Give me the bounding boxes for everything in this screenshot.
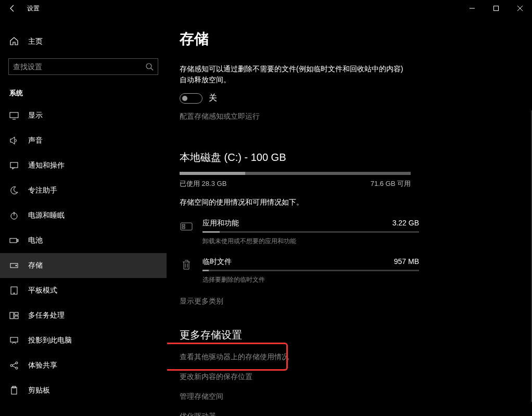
category-name: 应用和功能 (202, 219, 239, 228)
sidebar-item-shared-experiences[interactable]: 体验共享 (0, 353, 167, 378)
maximize-icon (493, 6, 499, 11)
home-icon (9, 36, 19, 47)
sidebar-section-label: 系统 (9, 89, 167, 98)
speaker-icon (9, 136, 19, 145)
sidebar-item-label: 平板模式 (28, 286, 57, 295)
svg-line-22 (12, 363, 16, 365)
category-size: 3.22 GB (392, 219, 419, 228)
minimize-button[interactable] (460, 0, 484, 17)
change-save-location-link[interactable]: 更改新内容的保存位置 (180, 372, 520, 382)
home-link[interactable]: 主页 (0, 31, 167, 52)
sidebar-item-sound[interactable]: 声音 (0, 128, 167, 153)
sidebar-item-multitasking[interactable]: 多任务处理 (0, 303, 167, 328)
page-title: 存储 (180, 29, 520, 49)
svg-rect-1 (494, 6, 499, 11)
multitask-icon (9, 311, 19, 320)
toggle-state-label: 关 (209, 93, 217, 104)
category-hint: 选择要删除的临时文件 (202, 275, 419, 284)
trash-icon (180, 258, 193, 272)
sidebar-item-storage[interactable]: 存储 (0, 253, 167, 278)
storage-sense-description: 存储感知可以通过删除不需要的文件(例如临时文件和回收站中的内容) 自动释放空间。 (180, 64, 419, 85)
sidebar-item-label: 电源和睡眠 (28, 211, 65, 220)
configure-storage-sense-link[interactable]: 配置存储感知或立即运行 (180, 112, 520, 121)
category-name: 临时文件 (202, 257, 232, 267)
minimize-icon (470, 6, 475, 11)
svg-rect-6 (10, 162, 18, 168)
sidebar: 主页 系统 显示 声音 通知和操作 (0, 17, 167, 416)
storage-sense-toggle[interactable] (180, 93, 202, 104)
svg-line-3 (151, 68, 153, 70)
disk-free-label: 71.6 GB 可用 (371, 179, 411, 188)
view-other-drives-link[interactable]: 查看其他驱动器上的存储使用情况 (180, 352, 520, 362)
sidebar-item-focus-assist[interactable]: 专注助手 (0, 178, 167, 203)
sidebar-item-label: 存储 (28, 261, 43, 270)
window-title: 设置 (27, 4, 40, 13)
svg-rect-17 (15, 316, 18, 319)
message-icon (9, 161, 19, 170)
svg-point-20 (16, 362, 18, 364)
more-storage-settings-title: 更多存储设置 (180, 328, 520, 342)
svg-rect-27 (182, 224, 185, 226)
category-bar (202, 231, 419, 233)
sidebar-item-label: 体验共享 (28, 361, 57, 370)
drive-icon (9, 261, 19, 270)
svg-rect-10 (17, 239, 18, 242)
power-icon (9, 211, 19, 220)
category-size: 957 MB (394, 257, 419, 267)
monitor-icon (9, 111, 19, 120)
close-button[interactable] (508, 0, 532, 17)
disk-title: 本地磁盘 (C:) - 100 GB (180, 150, 520, 165)
sidebar-item-label: 剪贴板 (28, 386, 50, 395)
svg-line-23 (12, 366, 16, 368)
svg-point-2 (146, 64, 151, 69)
svg-point-14 (14, 293, 15, 294)
svg-rect-28 (182, 227, 185, 229)
arrow-left-icon (8, 4, 17, 12)
category-apps[interactable]: 应用和功能 3.22 GB 卸载未使用或不想要的应用和功能 (180, 219, 419, 246)
clipboard-icon (9, 386, 19, 395)
sidebar-item-tablet[interactable]: 平板模式 (0, 278, 167, 303)
moon-icon (9, 186, 19, 195)
sidebar-item-label: 通知和操作 (28, 161, 65, 170)
show-more-categories-link[interactable]: 显示更多类别 (180, 297, 520, 306)
apps-icon (180, 220, 193, 233)
svg-rect-26 (181, 223, 192, 230)
svg-point-12 (16, 265, 17, 266)
category-bar (202, 270, 419, 271)
svg-rect-18 (10, 337, 18, 342)
share-icon (9, 361, 19, 370)
sidebar-item-label: 多任务处理 (28, 311, 65, 320)
sidebar-item-display[interactable]: 显示 (0, 103, 167, 128)
back-button[interactable] (0, 0, 25, 17)
svg-rect-24 (11, 387, 17, 394)
manage-storage-spaces-link[interactable]: 管理存储空间 (180, 392, 520, 401)
sidebar-item-label: 投影到此电脑 (28, 336, 72, 345)
maximize-button[interactable] (484, 0, 508, 17)
svg-rect-4 (10, 112, 18, 118)
sidebar-item-battery[interactable]: 电池 (0, 228, 167, 253)
toggle-knob (182, 96, 187, 101)
sidebar-item-projecting[interactable]: 投影到此电脑 (0, 328, 167, 353)
sidebar-item-clipboard[interactable]: 剪贴板 (0, 378, 167, 403)
svg-rect-9 (10, 238, 17, 243)
disk-usage-bar (180, 172, 411, 175)
battery-icon (9, 236, 19, 245)
category-hint: 卸载未使用或不想要的应用和功能 (202, 237, 419, 246)
sidebar-item-power[interactable]: 电源和睡眠 (0, 203, 167, 228)
tablet-icon (9, 286, 19, 295)
search-input-container[interactable] (8, 58, 158, 75)
disk-note: 存储空间的使用情况和可用情况如下。 (180, 198, 520, 207)
home-label: 主页 (28, 37, 43, 46)
svg-rect-16 (15, 312, 18, 315)
sidebar-item-label: 声音 (28, 136, 43, 145)
svg-rect-15 (10, 312, 14, 319)
optimize-drives-link[interactable]: 优化驱动器 (180, 412, 520, 416)
category-temp-files[interactable]: 临时文件 957 MB 选择要删除的临时文件 (180, 257, 419, 284)
search-input[interactable] (13, 62, 145, 71)
sidebar-item-notifications[interactable]: 通知和操作 (0, 153, 167, 178)
svg-point-19 (10, 364, 12, 367)
search-icon (145, 62, 154, 71)
svg-point-21 (16, 367, 18, 369)
sidebar-item-label: 电池 (28, 236, 43, 245)
sidebar-item-label: 专注助手 (28, 186, 57, 195)
